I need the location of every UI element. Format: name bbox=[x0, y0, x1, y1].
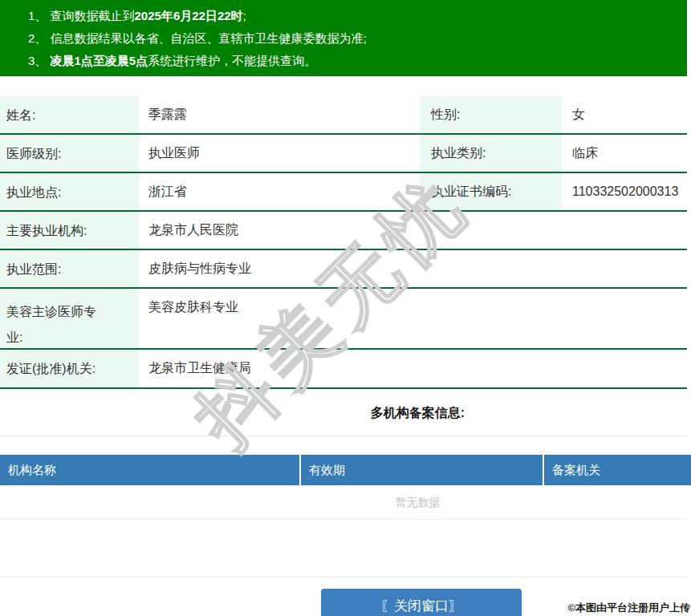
doctor-level-value: 执业医师 bbox=[139, 135, 420, 172]
multi-org-table-header: 机构名称 有效期 备案机关 bbox=[0, 455, 691, 485]
physician-detail-table: 姓名: 季露露 性别: 女 医师级别: 执业医师 执业类别: 临床 执业地点: … bbox=[0, 96, 687, 389]
notice-1-text: 1、 查询数据截止到 bbox=[28, 9, 135, 22]
cosmetic-specialty-value: 美容皮肤科专业 bbox=[139, 289, 687, 348]
notice-1-bold: 2025年6月22日22时 bbox=[135, 9, 243, 22]
table-row: 执业地点: 浙江省 执业证书编码: 110332502000313 bbox=[0, 173, 687, 212]
divider bbox=[0, 436, 687, 436]
table-row: 发证(批准)机关: 龙泉市卫生健康局 bbox=[0, 350, 687, 389]
practice-category-value: 临床 bbox=[562, 135, 687, 172]
image-copyright-text: ©本图由平台注册用户上传 bbox=[567, 601, 690, 615]
table-row: 医师级别: 执业医师 执业类别: 临床 bbox=[0, 135, 687, 173]
notice-3-bold: 凌晨1点至凌晨5点 bbox=[51, 54, 148, 67]
no-data-row: 暂无数据 bbox=[0, 485, 687, 520]
table-row: 姓名: 季露露 性别: 女 bbox=[0, 96, 687, 135]
notice-2-text: 2、 信息数据结果以各省、自治区、直辖市卫生健康委数据为准; bbox=[28, 31, 367, 45]
practice-scope-value: 皮肤病与性病专业 bbox=[139, 250, 687, 287]
column-header-validity: 有效期 bbox=[301, 455, 543, 485]
table-row: 执业范围: 皮肤病与性病专业 bbox=[0, 250, 687, 289]
practice-location-label: 执业地点: bbox=[0, 173, 139, 210]
gender-value: 女 bbox=[562, 96, 687, 133]
notice-line-3: 3、 凌晨1点至凌晨5点系统进行维护，不能提供查询。 bbox=[28, 50, 687, 72]
doctor-level-label: 医师级别: bbox=[0, 135, 139, 172]
column-header-filing-authority: 备案机关 bbox=[544, 455, 691, 485]
notice-banner: 1、 查询数据截止到2025年6月22日22时; 2、 信息数据结果以各省、自治… bbox=[0, 0, 687, 76]
column-header-org-name: 机构名称 bbox=[0, 455, 299, 485]
issuing-authority-label: 发证(批准)机关: bbox=[0, 350, 139, 387]
cosmetic-specialty-label: 美容主诊医师专业: bbox=[0, 289, 139, 348]
name-label: 姓名: bbox=[0, 96, 139, 133]
divider bbox=[0, 577, 687, 578]
table-row: 主要执业机构: 龙泉市人民医院 bbox=[0, 212, 687, 250]
main-org-label: 主要执业机构: bbox=[0, 212, 139, 249]
certificate-number-label: 执业证书编码: bbox=[420, 173, 562, 210]
issuing-authority-value: 龙泉市卫生健康局 bbox=[139, 350, 687, 387]
gender-label: 性别: bbox=[420, 96, 562, 133]
notice-3-text: 3、 bbox=[28, 54, 51, 67]
main-org-value: 龙泉市人民医院 bbox=[139, 212, 687, 249]
multi-org-section-title: 多机构备案信息: bbox=[0, 405, 687, 422]
notice-line-1: 1、 查询数据截止到2025年6月22日22时; bbox=[28, 5, 687, 27]
notice-1-post: ; bbox=[243, 9, 246, 22]
practice-category-label: 执业类别: bbox=[420, 135, 562, 172]
table-row: 美容主诊医师专业: 美容皮肤科专业 bbox=[0, 289, 687, 350]
close-window-button[interactable]: 〖关闭窗口〗 bbox=[321, 589, 522, 616]
notice-3-post: 系统进行维护，不能提供查询。 bbox=[148, 54, 316, 67]
certificate-number-value: 110332502000313 bbox=[562, 173, 687, 210]
practice-location-value: 浙江省 bbox=[139, 173, 420, 210]
practice-scope-label: 执业范围: bbox=[0, 250, 139, 287]
notice-line-2: 2、 信息数据结果以各省、自治区、直辖市卫生健康委数据为准; bbox=[28, 27, 687, 50]
name-value: 季露露 bbox=[139, 96, 420, 133]
